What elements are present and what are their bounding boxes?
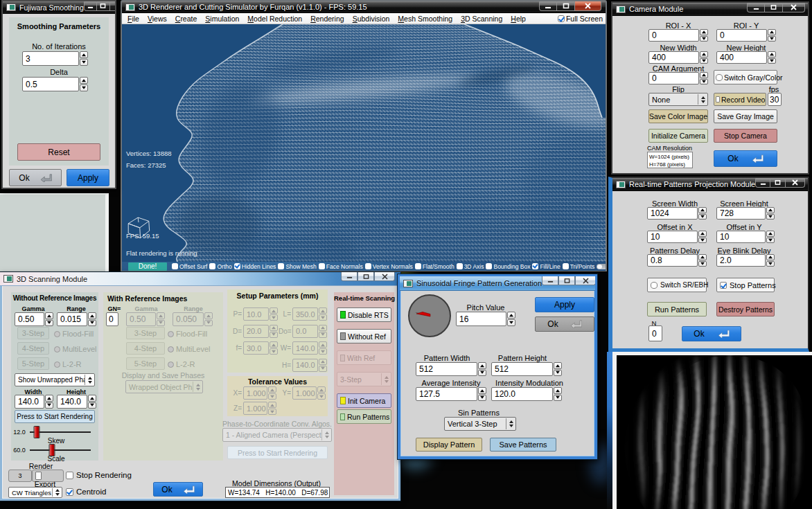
centroid-checkbox[interactable]: Centroid xyxy=(66,488,106,496)
spin-up-icon[interactable] xyxy=(268,386,276,393)
new-width-spinbox[interactable]: 400 xyxy=(648,51,708,64)
field-value[interactable]: 16 xyxy=(456,312,506,326)
n-field[interactable]: 0 xyxy=(648,325,662,341)
field-value[interactable]: 140.0 xyxy=(57,395,87,409)
spin-up-icon[interactable] xyxy=(270,325,278,331)
spin-down-icon[interactable] xyxy=(45,320,53,327)
spin-up-icon[interactable] xyxy=(204,312,213,319)
spin-up-icon[interactable] xyxy=(317,386,326,393)
intensity-mod-spinbox[interactable]: 120.0 xyxy=(491,387,562,401)
init-camera-button[interactable]: Init Camera xyxy=(337,393,391,408)
statusbar-toggle-tri-points[interactable]: Tri/Points xyxy=(563,263,595,270)
dropdown-arrows-icon[interactable] xyxy=(85,374,94,386)
field-value[interactable]: 0 xyxy=(716,29,767,42)
menu-item-mesh-smoothing[interactable]: Mesh Smoothing xyxy=(398,15,452,23)
field-value[interactable]: 0.015 xyxy=(57,312,87,326)
menu-item-rendering[interactable]: Rendering xyxy=(310,15,344,23)
spin-down-icon[interactable] xyxy=(270,348,278,355)
screen-width-spinbox[interactable]: 1024 xyxy=(647,207,707,220)
slider-handle[interactable] xyxy=(35,472,42,480)
multilevel-radio[interactable]: MultiLevel xyxy=(54,345,97,353)
maximize-icon[interactable] xyxy=(358,272,374,281)
field-value[interactable]: 0.50 xyxy=(15,312,44,326)
step5-button[interactable]: 5-Step xyxy=(126,357,165,370)
switch-sr-ebh-checkbox[interactable]: Switch SR/EBH xyxy=(647,278,707,292)
switch-gray-color-checkbox[interactable]: Switch Gray/Color xyxy=(714,70,777,84)
spin-up-icon[interactable] xyxy=(478,362,486,369)
statusbar-toggle-show-mesh[interactable]: Show Mesh xyxy=(278,263,316,270)
statusbar-toggle-fill-line[interactable]: Fill/Line xyxy=(532,263,560,270)
menu-item-3d-scanning[interactable]: 3D Scanning xyxy=(461,15,502,23)
spin-up-icon[interactable] xyxy=(766,231,775,237)
full-screen-checkbox[interactable]: Full Screen xyxy=(558,15,603,23)
minimize-icon[interactable] xyxy=(84,1,97,11)
l2r-radio[interactable]: L-2-R xyxy=(54,360,82,368)
screen-height-spinbox[interactable]: 728 xyxy=(716,207,775,220)
spin-up-icon[interactable] xyxy=(700,51,708,57)
pattern-width-spinbox[interactable]: 512 xyxy=(416,362,486,376)
minimize-icon[interactable] xyxy=(341,272,358,281)
spin-up-icon[interactable] xyxy=(768,29,776,35)
renderer-titlebar[interactable]: 3D Renderer and Cutting Simulator by Fur… xyxy=(122,1,606,13)
field-value[interactable]: 0.8 xyxy=(647,254,698,267)
spin-down-icon[interactable] xyxy=(768,36,776,42)
spin-down-icon[interactable] xyxy=(478,370,486,377)
spin-down-icon[interactable] xyxy=(270,332,278,338)
spin-down-icon[interactable] xyxy=(45,402,53,409)
statusbar-toggle-bounding-box[interactable]: Bounding Box xyxy=(486,263,530,270)
spin-down-icon[interactable] xyxy=(268,409,276,415)
field-value[interactable]: 350.0 xyxy=(292,307,318,321)
save-gray-image-button[interactable]: Save Gray Image xyxy=(714,109,777,123)
close-icon[interactable] xyxy=(786,178,805,188)
statusbar-toggle-offset-surf[interactable]: Offset Surf xyxy=(172,263,207,270)
close-icon[interactable] xyxy=(575,1,601,11)
field-value[interactable]: 127.5 xyxy=(416,387,477,401)
field-value[interactable]: 1.000 xyxy=(292,386,317,400)
ok-button[interactable]: Ok xyxy=(9,169,62,186)
spin-up-icon[interactable] xyxy=(698,254,707,260)
spin-down-icon[interactable] xyxy=(554,370,562,377)
spin-down-icon[interactable] xyxy=(766,214,775,220)
cam-argument-spinbox[interactable]: 0 xyxy=(648,72,708,84)
field-value[interactable]: 0 xyxy=(106,312,118,326)
spin-up-icon[interactable] xyxy=(157,312,165,319)
spin-up-icon[interactable] xyxy=(700,72,708,78)
patterns-titlebar[interactable]: Real-time Patterns Projection Module xyxy=(612,178,808,191)
spin-up-icon[interactable] xyxy=(766,254,775,260)
spin-down-icon[interactable] xyxy=(319,348,327,355)
spin-up-icon[interactable] xyxy=(80,77,88,84)
sin-patterns-dropdown[interactable]: Vertical 3-Step xyxy=(444,417,516,431)
spin-up-icon[interactable] xyxy=(478,387,486,394)
field-value[interactable]: 728 xyxy=(716,207,766,220)
fringe-gen-titlebar[interactable]: Sinusoidal Fringe Pattern Generation xyxy=(400,276,595,291)
offset-x-spinbox[interactable]: 10 xyxy=(647,231,707,243)
save-patterns-button[interactable]: Save Patterns xyxy=(490,438,556,452)
close-icon[interactable] xyxy=(783,3,805,12)
spin-down-icon[interactable] xyxy=(698,214,707,220)
run-patterns-button[interactable]: Run Patterns xyxy=(337,409,391,424)
field-value[interactable]: 20.0 xyxy=(243,325,269,338)
stop-rendering-checkbox[interactable]: Stop Rendering xyxy=(66,471,132,479)
spin-up-icon[interactable] xyxy=(270,307,278,314)
field-value[interactable]: 30.0 xyxy=(243,341,269,355)
field-value[interactable]: 140.0 xyxy=(15,395,44,409)
step4-button[interactable]: 4-Step xyxy=(126,342,165,355)
menu-item-model-reduction[interactable]: Model Reduction xyxy=(247,15,302,23)
apply-button[interactable]: Apply xyxy=(535,297,594,312)
spin-down-icon[interactable] xyxy=(317,393,326,400)
iterations-spinbox[interactable]: 3 xyxy=(22,51,88,66)
field-value[interactable]: 0 xyxy=(648,325,662,341)
without-ref-button[interactable]: Without Ref xyxy=(337,329,391,343)
disable-rts-button[interactable]: Disable RTS xyxy=(337,307,391,322)
spin-down-icon[interactable] xyxy=(80,84,88,91)
field-value[interactable]: 10 xyxy=(716,231,766,243)
done-button[interactable]: Done! xyxy=(128,262,167,271)
spin-down-icon[interactable] xyxy=(700,36,708,42)
stop-patterns-checkbox[interactable]: Stop Patterns xyxy=(716,278,775,292)
scanning-titlebar[interactable]: 3D Scanning Module xyxy=(0,272,400,286)
avg-intensity-spinbox[interactable]: 127.5 xyxy=(416,387,486,401)
scale-slider[interactable] xyxy=(30,445,91,456)
minimize-icon[interactable] xyxy=(539,1,557,11)
spin-down-icon[interactable] xyxy=(88,402,96,409)
statusbar-toggle-3d-axis[interactable]: 3D Axis xyxy=(457,263,484,270)
